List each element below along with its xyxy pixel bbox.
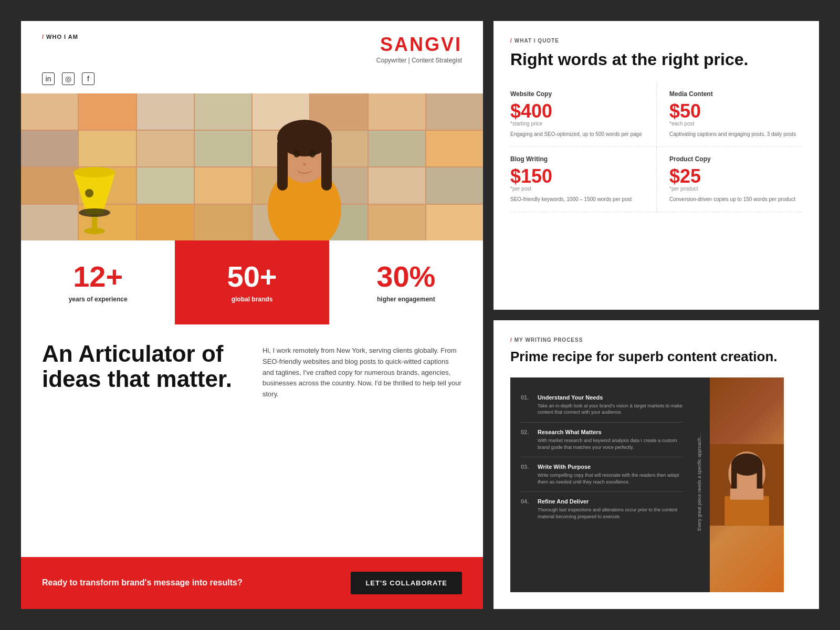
- brand-block: SANGVI Copywriter | Content Strategist: [376, 34, 462, 64]
- pricing-website-copy: Website Copy $400 *starting price Engagi…: [510, 82, 656, 147]
- stat-engagement: 30% higher engagement: [329, 240, 483, 324]
- step-title-2: Research What Matters: [538, 429, 684, 435]
- cta-bar: Ready to transform brand's message into …: [21, 557, 483, 609]
- svg-point-4: [79, 208, 110, 217]
- step-number-2: 02.: [521, 429, 531, 450]
- pricing-panel: / WHAT I QUOTE Right words at the right …: [494, 21, 819, 310]
- svg-point-20: [732, 461, 761, 472]
- stat-label-brands: global brands: [232, 296, 273, 303]
- brand-name: SANGVI: [376, 34, 462, 56]
- pricing-cat-website: Website Copy: [510, 90, 644, 98]
- step-desc-2: With market research and keyword analysi…: [538, 437, 684, 450]
- pricing-cat-blog: Blog Writing: [510, 155, 644, 163]
- pricing-desc-blog: SEO-friendly keywords, 1000 – 1500 words…: [510, 196, 644, 203]
- stat-label-experience: years of experience: [69, 296, 128, 303]
- stats-row: 12+ years of experience 50+ global brand…: [21, 240, 483, 324]
- left-panel: / WHO I AM SANGVI Copywriter | Content S…: [21, 21, 483, 609]
- header-section: / WHO I AM SANGVI Copywriter | Content S…: [21, 21, 483, 72]
- process-note-column: Every great piece needs a specific appro…: [694, 377, 710, 592]
- pricing-amount-blog: $150: [510, 167, 644, 186]
- svg-marker-0: [74, 172, 116, 214]
- pricing-cat-media: Media Content: [669, 90, 802, 98]
- stat-label-engagement: higher engagement: [377, 296, 435, 303]
- social-icons: in ◎ f: [21, 72, 483, 93]
- step-info-4: Refine And Deliver Thorough last inspect…: [538, 498, 684, 520]
- stat-experience: 12+ years of experience: [21, 240, 175, 324]
- facebook-icon[interactable]: f: [82, 72, 94, 85]
- svg-point-11: [281, 132, 328, 151]
- stat-brands: 50+ global brands: [175, 240, 329, 324]
- process-right-side: Every great piece needs a specific appro…: [694, 377, 802, 592]
- step-title-4: Refine And Deliver: [538, 498, 684, 505]
- slash-icon: /: [42, 34, 44, 40]
- step-number-4: 04.: [521, 498, 531, 520]
- pricing-blog-writing: Blog Writing $150 *per post SEO-friendly…: [510, 147, 656, 212]
- stat-number-experience: 12+: [73, 262, 123, 291]
- pricing-cat-product: Product Copy: [669, 155, 802, 163]
- pricing-grid: Website Copy $400 *starting price Engagi…: [510, 82, 802, 212]
- stat-number-engagement: 30%: [376, 262, 435, 291]
- svg-point-12: [293, 150, 300, 158]
- process-panel: / MY WRITING PROCESS Prime recipe for su…: [494, 320, 819, 609]
- pricing-unit-blog: *per post: [510, 186, 644, 192]
- pricing-amount-website: $400: [510, 102, 644, 121]
- svg-point-13: [309, 150, 316, 158]
- collaborate-button[interactable]: LET'S COLLABORATE: [351, 572, 462, 594]
- person-silhouette: [239, 104, 370, 240]
- step-desc-3: Write compelling copy that will resonate…: [538, 472, 684, 485]
- process-note: Every great piece needs a specific appro…: [696, 432, 708, 537]
- who-label: / WHO I AM: [42, 34, 78, 40]
- process-headline: Prime recipe for superb content creation…: [510, 349, 802, 365]
- pricing-desc-website: Engaging and SEO-optimized, up to 500 wo…: [510, 131, 644, 138]
- step-number-1: 01.: [521, 394, 531, 416]
- step-1: 01. Understand Your Needs Take an in-dep…: [521, 388, 684, 423]
- svg-rect-21: [724, 496, 769, 526]
- step-title-1: Understand Your Needs: [538, 394, 684, 401]
- process-steps: 01. Understand Your Needs Take an in-dep…: [510, 377, 694, 592]
- step-3: 03. Write With Purpose Write compelling …: [521, 457, 684, 492]
- main-headline: An Articulator of ideas that matter.: [42, 341, 242, 544]
- step-desc-4: Thorough last inspections and alteration…: [538, 507, 684, 520]
- process-image: [710, 377, 784, 592]
- pricing-unit-website: *starting price: [510, 121, 644, 127]
- step-title-3: Write With Purpose: [538, 464, 684, 470]
- lamp-icon: [63, 130, 126, 235]
- step-number-3: 03.: [521, 464, 531, 485]
- process-image-svg: [710, 377, 784, 592]
- process-content: 01. Understand Your Needs Take an in-dep…: [510, 377, 802, 592]
- svg-point-5: [85, 189, 93, 197]
- svg-point-1: [74, 167, 116, 177]
- instagram-icon[interactable]: ◎: [62, 72, 75, 85]
- pricing-headline: Right words at the right price.: [510, 50, 802, 69]
- stat-number-brands: 50+: [227, 262, 277, 291]
- right-column: / WHAT I QUOTE Right words at the right …: [494, 21, 819, 609]
- pricing-section-label: / WHAT I QUOTE: [510, 38, 802, 44]
- pricing-product-copy: Product Copy $25 *per product Conversion…: [656, 147, 802, 212]
- step-info-1: Understand Your Needs Take an in-depth l…: [538, 394, 684, 416]
- slash-icon-process: /: [510, 337, 512, 343]
- bio-text: Hi, I work remotely from New York, servi…: [262, 341, 462, 544]
- hero-image: [21, 93, 483, 240]
- slash-icon-pricing: /: [510, 38, 512, 44]
- cta-text: Ready to transform brand's message into …: [42, 577, 243, 589]
- step-info-2: Research What Matters With market resear…: [538, 429, 684, 450]
- step-4: 04. Refine And Deliver Thorough last ins…: [521, 492, 684, 526]
- pricing-amount-media: $50: [669, 102, 802, 121]
- step-info-3: Write With Purpose Write compelling copy…: [538, 464, 684, 485]
- svg-point-3: [84, 228, 105, 234]
- pricing-unit-product: *per product: [669, 186, 802, 192]
- step-desc-1: Take an in-depth look at your brand's vi…: [538, 403, 684, 416]
- svg-rect-22: [730, 489, 763, 500]
- svg-point-14: [303, 163, 306, 165]
- pricing-desc-product: Conversion-driven copies up to 150 words…: [669, 196, 802, 203]
- content-section: An Articulator of ideas that matter. Hi,…: [21, 324, 483, 557]
- linkedin-icon[interactable]: in: [42, 72, 55, 85]
- pricing-media-content: Media Content $50 *each post Captivating…: [656, 82, 802, 147]
- step-2: 02. Research What Matters With market re…: [521, 423, 684, 457]
- pricing-desc-media: Captivating captions and engaging posts.…: [669, 131, 802, 138]
- brand-tagline: Copywriter | Content Strategist: [376, 57, 462, 64]
- pricing-unit-media: *each post: [669, 121, 802, 127]
- pricing-amount-product: $25: [669, 167, 802, 186]
- process-section-label: / MY WRITING PROCESS: [510, 337, 802, 343]
